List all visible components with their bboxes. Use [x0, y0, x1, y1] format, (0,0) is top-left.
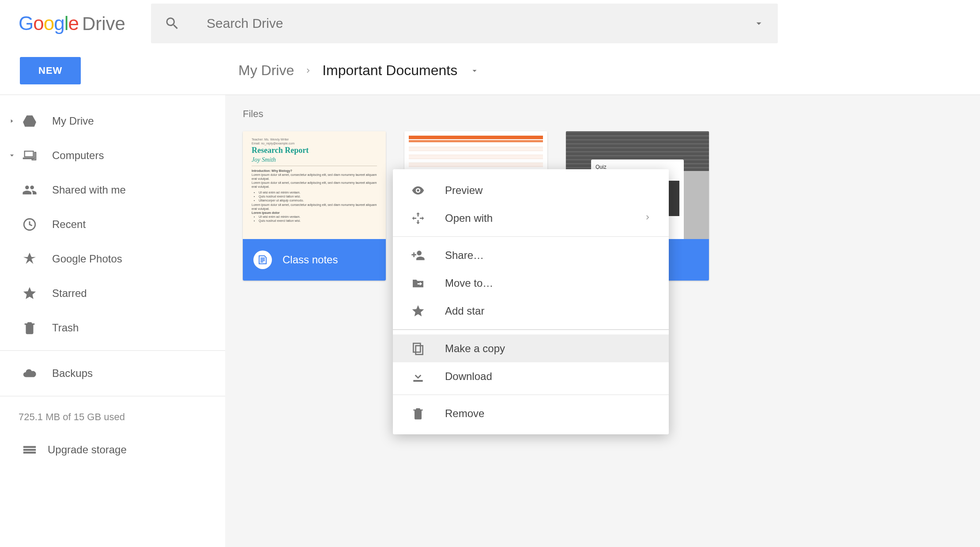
menu-item-move-to[interactable]: Move to… — [393, 269, 669, 297]
chevron-right-icon — [304, 66, 313, 75]
sidebar-item-backups[interactable]: Backups — [0, 356, 225, 391]
file-thumbnail: Teacher: Ms. Wendy Writer Email: no_repl… — [243, 131, 386, 239]
open-with-icon — [410, 210, 426, 227]
menu-item-share[interactable]: Share… — [393, 241, 669, 269]
menu-item-remove[interactable]: Remove — [393, 399, 669, 427]
sidebar-item-label: Starred — [52, 287, 87, 300]
breadcrumb: My Drive Important Documents — [238, 62, 479, 79]
breadcrumb-current[interactable]: Important Documents — [322, 62, 457, 79]
svg-point-3 — [417, 251, 422, 255]
thumb-bullet: Ullamcorper ut aliquip commodo. — [259, 198, 377, 202]
star-icon — [410, 303, 426, 319]
main-area: My Drive Computers Shared with me Recent… — [0, 95, 980, 547]
sidebar-item-label: Recent — [52, 218, 86, 231]
svg-rect-5 — [413, 343, 420, 352]
drive-icon — [19, 114, 41, 129]
storage-icon — [19, 442, 41, 457]
google-logo: Google — [19, 12, 79, 34]
thumb-bullet: Quis nostrud exerci tation wisi. — [259, 219, 377, 223]
menu-item-label: Make a copy — [445, 342, 505, 355]
svg-rect-4 — [416, 346, 423, 354]
menu-item-label: Preview — [445, 184, 482, 197]
menu-divider — [393, 329, 669, 330]
storage-usage-text: 725.1 MB of 15 GB used — [0, 402, 225, 433]
trash-icon — [19, 320, 41, 335]
sidebar: My Drive Computers Shared with me Recent… — [0, 95, 225, 547]
thumb-text: Teacher: Ms. Wendy Writer — [252, 137, 377, 141]
menu-item-add-star[interactable]: Add star — [393, 297, 669, 325]
divider — [0, 350, 225, 351]
menu-divider — [393, 395, 669, 395]
thumb-paragraph: Lorem ipsum dolor sit amet, consectetur … — [252, 203, 377, 210]
search-options-icon[interactable] — [753, 18, 765, 29]
logo[interactable]: Google Drive — [19, 12, 151, 34]
thumb-heading: Lorem ipsum dolor — [252, 211, 279, 214]
sidebar-item-label: Shared with me — [52, 184, 126, 196]
clock-icon — [19, 217, 41, 232]
sidebar-item-label: Computers — [52, 149, 104, 162]
search-icon — [164, 15, 180, 31]
menu-item-label: Remove — [445, 407, 484, 420]
sidebar-item-label: My Drive — [52, 115, 94, 127]
thumb-title: Research Report — [252, 145, 377, 156]
header: Google Drive — [0, 0, 980, 46]
thumb-subtitle: Joy Smith — [252, 156, 377, 166]
photos-icon — [19, 251, 41, 266]
menu-item-download[interactable]: Download — [393, 362, 669, 390]
sidebar-item-my-drive[interactable]: My Drive — [0, 104, 225, 138]
menu-item-make-copy[interactable]: Make a copy — [393, 334, 669, 362]
search-bar[interactable] — [151, 4, 778, 43]
thumb-heading: Introduction: Why Biology? — [252, 169, 292, 172]
divider — [0, 396, 225, 396]
thumb-text: Email: no_reply@example.com — [252, 141, 377, 145]
thumb-bullet: Ut wisi enim ad minim veniam. — [259, 215, 377, 219]
download-icon — [410, 368, 426, 385]
sidebar-item-label: Backups — [52, 367, 93, 380]
sidebar-item-recent[interactable]: Recent — [0, 207, 225, 242]
sidebar-item-photos[interactable]: Google Photos — [0, 242, 225, 276]
star-icon — [19, 286, 41, 301]
sidebar-item-upgrade[interactable]: Upgrade storage — [0, 433, 225, 467]
docs-icon — [253, 251, 272, 269]
expander-right-icon — [9, 118, 15, 124]
menu-item-label: Download — [445, 370, 492, 383]
menu-divider — [393, 236, 669, 237]
cloud-icon — [19, 366, 41, 381]
new-button[interactable]: NEW — [20, 57, 81, 84]
menu-item-label: Add star — [445, 305, 484, 317]
breadcrumb-root[interactable]: My Drive — [238, 62, 294, 79]
file-footer: Class notes — [243, 239, 386, 281]
sidebar-item-label: Trash — [52, 322, 79, 334]
thumb-bullet: Ut wisi enim ad minim veniam. — [259, 190, 377, 194]
chevron-right-icon — [643, 212, 652, 224]
caret-down-icon[interactable] — [470, 66, 479, 76]
person-add-icon — [410, 247, 426, 264]
expander-down-icon — [9, 152, 15, 159]
product-name: Drive — [82, 13, 125, 34]
content-area: Files Teacher: Ms. Wendy Writer Email: n… — [225, 95, 980, 547]
thumb-paragraph: Lorem ipsum dolor sit amet, consectetur … — [252, 173, 377, 180]
search-input[interactable] — [207, 16, 753, 31]
sidebar-item-shared[interactable]: Shared with me — [0, 173, 225, 207]
menu-item-label: Share… — [445, 249, 484, 262]
sidebar-item-computers[interactable]: Computers — [0, 138, 225, 173]
menu-item-preview[interactable]: Preview — [393, 176, 669, 204]
section-label: Files — [243, 108, 967, 120]
sidebar-item-trash[interactable]: Trash — [0, 311, 225, 345]
menu-item-label: Move to… — [445, 277, 493, 289]
menu-item-label: Open with — [445, 212, 493, 224]
sidebar-item-label: Upgrade storage — [48, 444, 127, 456]
thumb-bullet: Quis nostrud exerci tation wisi. — [259, 194, 377, 198]
thumb-paragraph: Lorem ipsum dolor sit amet, consectetur … — [252, 181, 377, 188]
trash-icon — [410, 405, 426, 422]
context-menu: Preview Open with Share… Move to… Add st… — [393, 169, 669, 434]
file-title: Class notes — [283, 254, 338, 266]
computers-icon — [19, 148, 41, 163]
menu-item-open-with[interactable]: Open with — [393, 204, 669, 232]
people-icon — [19, 182, 41, 198]
sidebar-item-starred[interactable]: Starred — [0, 276, 225, 311]
toolbar-row: NEW My Drive Important Documents — [0, 46, 980, 95]
folder-move-icon — [410, 275, 426, 292]
file-card-class-notes[interactable]: Teacher: Ms. Wendy Writer Email: no_repl… — [243, 131, 386, 281]
eye-icon — [410, 182, 426, 199]
